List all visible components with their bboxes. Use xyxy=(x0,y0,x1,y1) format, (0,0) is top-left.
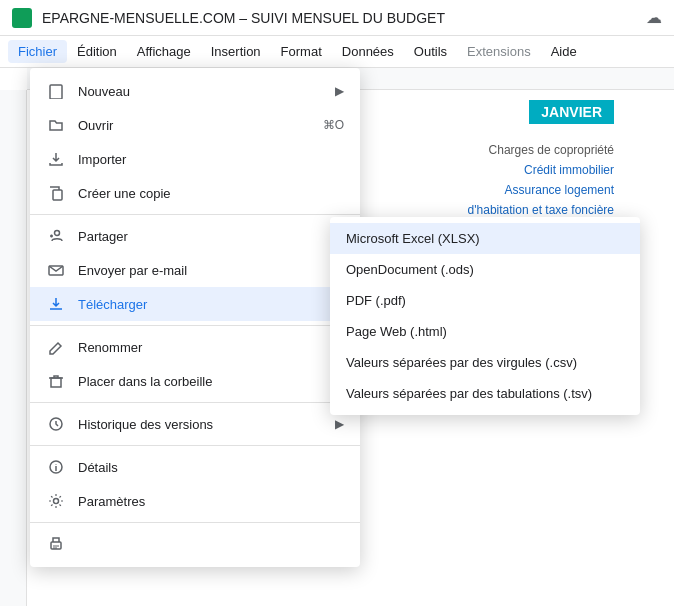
submenu-item-tsv[interactable]: Valeurs séparées par des tabulations (.t… xyxy=(330,378,640,409)
menu-item-renommer[interactable]: Renommer xyxy=(30,330,360,364)
cloud-icon: ☁ xyxy=(646,8,662,27)
importer-icon xyxy=(46,149,66,169)
menu-item-corbeille[interactable]: Placer dans la corbeille xyxy=(30,364,360,398)
svg-point-2 xyxy=(55,231,60,236)
menu-edition[interactable]: Édition xyxy=(67,40,127,63)
partager-label: Partager xyxy=(78,229,327,244)
nouveau-icon xyxy=(46,81,66,101)
envoyer-email-icon xyxy=(46,260,66,280)
menu-extensions[interactable]: Extensions xyxy=(457,40,541,63)
ouvrir-icon xyxy=(46,115,66,135)
corbeille-label: Placer dans la corbeille xyxy=(78,374,344,389)
menu-item-ouvrir[interactable]: Ouvrir ⌘O xyxy=(30,108,360,142)
submenu-item-csv[interactable]: Valeurs séparées par des virgules (.csv) xyxy=(330,347,640,378)
details-icon xyxy=(46,457,66,477)
menu-item-partager[interactable]: Partager ▶ xyxy=(30,219,360,253)
submenu-item-ods[interactable]: OpenDocument (.ods) xyxy=(330,254,640,285)
historique-icon xyxy=(46,414,66,434)
menu-outils[interactable]: Outils xyxy=(404,40,457,63)
submenu-item-excel[interactable]: Microsoft Excel (XLSX) xyxy=(330,223,640,254)
menu-item-parametres[interactable]: Paramètres xyxy=(30,484,360,518)
telecharger-label: Télécharger xyxy=(78,297,327,312)
title-bar: EPARGNE-MENSUELLE.COM – SUIVI MENSUEL DU… xyxy=(0,0,674,36)
document-title: EPARGNE-MENSUELLE.COM – SUIVI MENSUEL DU… xyxy=(42,10,646,26)
menu-item-nouveau[interactable]: Nouveau ▶ xyxy=(30,74,360,108)
menu-fichier[interactable]: Fichier xyxy=(8,40,67,63)
svg-rect-0 xyxy=(50,85,62,99)
nouveau-label: Nouveau xyxy=(78,84,327,99)
menu-item-creer-copie[interactable]: Créer une copie xyxy=(30,176,360,210)
dropdown-overlay: Nouveau ▶ Ouvrir ⌘O Importer Créer une c… xyxy=(0,68,674,606)
app-logo xyxy=(12,8,32,28)
renommer-icon xyxy=(46,337,66,357)
file-menu: Nouveau ▶ Ouvrir ⌘O Importer Créer une c… xyxy=(30,68,360,567)
menu-affichage[interactable]: Affichage xyxy=(127,40,201,63)
submenu-item-html[interactable]: Page Web (.html) xyxy=(330,316,640,347)
telecharger-icon xyxy=(46,294,66,314)
menu-donnees[interactable]: Données xyxy=(332,40,404,63)
submenu-item-pdf[interactable]: PDF (.pdf) xyxy=(330,285,640,316)
ouvrir-label: Ouvrir xyxy=(78,118,323,133)
menu-item-details[interactable]: Détails xyxy=(30,450,360,484)
menu-format[interactable]: Format xyxy=(271,40,332,63)
menu-item-historique[interactable]: Historique des versions ▶ xyxy=(30,407,360,441)
menu-insertion[interactable]: Insertion xyxy=(201,40,271,63)
menu-item-envoyer-email[interactable]: Envoyer par e-mail ▶ xyxy=(30,253,360,287)
envoyer-email-label: Envoyer par e-mail xyxy=(78,263,327,278)
divider-3 xyxy=(30,402,360,403)
parametres-label: Paramètres xyxy=(78,494,344,509)
menu-item-importer[interactable]: Importer xyxy=(30,142,360,176)
telecharger-submenu: Microsoft Excel (XLSX) OpenDocument (.od… xyxy=(330,217,640,415)
creer-copie-label: Créer une copie xyxy=(78,186,344,201)
menu-item-telecharger[interactable]: Télécharger ▶ xyxy=(30,287,360,321)
importer-label: Importer xyxy=(78,152,344,167)
divider-2 xyxy=(30,325,360,326)
divider-4 xyxy=(30,445,360,446)
renommer-label: Renommer xyxy=(78,340,344,355)
nouveau-arrow: ▶ xyxy=(335,84,344,98)
details-label: Détails xyxy=(78,460,344,475)
historique-arrow: ▶ xyxy=(335,417,344,431)
corbeille-icon xyxy=(46,371,66,391)
ouvrir-shortcut: ⌘O xyxy=(323,118,344,132)
menu-aide[interactable]: Aide xyxy=(541,40,587,63)
svg-point-6 xyxy=(54,499,59,504)
creer-copie-icon xyxy=(46,183,66,203)
svg-rect-1 xyxy=(53,190,62,200)
parametres-icon xyxy=(46,491,66,511)
menu-item-imprimer[interactable] xyxy=(30,527,360,561)
imprimer-icon xyxy=(46,534,66,554)
divider-5 xyxy=(30,522,360,523)
partager-icon xyxy=(46,226,66,246)
menu-bar: Fichier Édition Affichage Insertion Form… xyxy=(0,36,674,68)
divider-1 xyxy=(30,214,360,215)
historique-label: Historique des versions xyxy=(78,417,327,432)
